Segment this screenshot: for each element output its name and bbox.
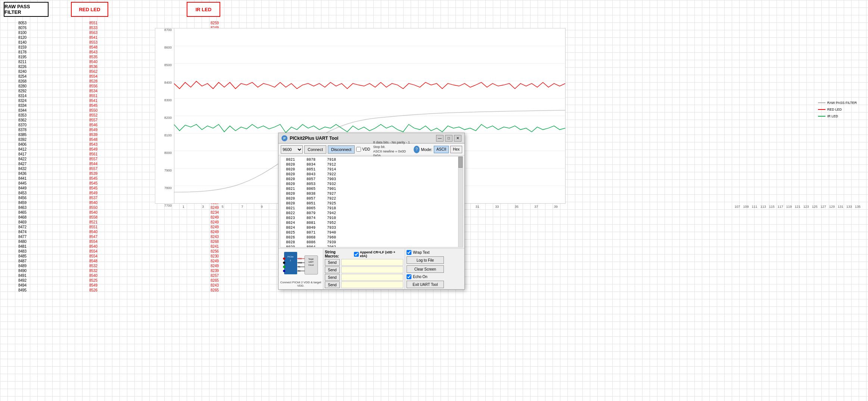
raw-cell: 8468 [0, 215, 45, 220]
raw-cell: 8120 [0, 35, 45, 40]
uart-data-value: 7960 [323, 235, 336, 240]
uart-data-row: 802980647962 [282, 245, 461, 247]
vdd-label: VDD [362, 147, 370, 151]
y-label-8500: 8500 [164, 63, 172, 67]
legend-ir: IR LED [818, 114, 857, 118]
legend-red: RED LED [818, 108, 857, 111]
ir-cell: 8234 [192, 210, 237, 215]
connect-button[interactable]: Connect [304, 145, 326, 154]
uart-data-row: 802080517925 [282, 201, 461, 206]
uart-data-value: 8071 [302, 230, 315, 235]
red-cell: 8543 [71, 50, 116, 55]
vdd-checkbox-group: VDD [356, 147, 370, 152]
uart-scrollbar[interactable] [458, 157, 463, 247]
close-button[interactable]: ✕ [454, 135, 461, 142]
y-label-8300: 8300 [164, 98, 172, 102]
raw-cell: 8490 [0, 268, 45, 273]
hex-mode-button[interactable]: Hex [450, 146, 462, 153]
red-cell: 8543 [71, 142, 116, 147]
macro-send-1-button[interactable]: Send [325, 259, 340, 266]
uart-data-row: 802180657901 [282, 186, 461, 191]
log-to-file-button[interactable]: Log to File [407, 256, 444, 264]
macro-input-3[interactable] [341, 274, 403, 281]
disconnect-button[interactable]: Disconnect [328, 145, 355, 154]
wrap-text-checkbox[interactable] [407, 250, 411, 255]
uart-data-value: 8029 [282, 245, 295, 247]
chart-y-labels: 8700 8600 8500 8400 8300 8200 8100 8000 … [155, 28, 174, 204]
baud-rate-select[interactable]: 9600 19200 38400 115200 [281, 145, 303, 154]
y-label-7900: 7900 [164, 169, 172, 172]
macro-send-4-button[interactable]: Send [325, 281, 340, 288]
uart-data-value: 8049 [302, 225, 315, 230]
append-label: Append CR+LF (x0D + x0A) [360, 250, 403, 258]
vdd-checkbox[interactable] [356, 147, 361, 152]
raw-cell: 8178 [0, 50, 45, 55]
raw-cell: 8362 [0, 118, 45, 123]
red-column: 8551853385638541855385488543853585408536… [71, 21, 116, 293]
macro-input-2[interactable] [341, 266, 403, 273]
ir-cell: 8265 [192, 288, 237, 293]
legend-ir-line [818, 116, 825, 117]
y-label-8700: 8700 [164, 28, 172, 32]
y-label-7800: 7800 [164, 186, 172, 190]
help-icon[interactable]: ? [414, 146, 419, 153]
red-led-label: RED LED [71, 2, 108, 17]
macro-send-3-button[interactable]: Send [325, 274, 340, 281]
uart-data-value: 8021 [282, 206, 295, 211]
raw-cell: 8324 [0, 98, 45, 103]
raw-cell: 8494 [0, 283, 45, 288]
svg-text:UART: UART [308, 261, 314, 263]
uart-data-value: 7925 [323, 201, 336, 206]
red-cell: 8539 [71, 132, 116, 137]
red-cell: 8540 [71, 273, 116, 278]
svg-point-30 [283, 270, 285, 272]
uart-scrollbar-thumb[interactable] [458, 157, 463, 168]
raw-cell: 8436 [0, 171, 45, 176]
macros-label: String Macros: [325, 250, 351, 258]
raw-cell: 8472 [0, 225, 45, 229]
uart-data-row: 802380747910 [282, 216, 461, 220]
ascii-mode-button[interactable]: ASCII [434, 146, 449, 153]
exit-uart-button[interactable]: Exit UART Tool [407, 281, 444, 288]
red-cell: 8532 [71, 268, 116, 273]
ir-cell: 8239 [192, 268, 237, 273]
minimize-button[interactable]: — [436, 135, 444, 142]
red-cell: 8549 [71, 191, 116, 195]
svg-point-28 [283, 262, 285, 264]
uart-data-value: 8025 [282, 230, 295, 235]
maximize-button[interactable]: □ [445, 135, 452, 142]
raw-cell: 8268 [0, 79, 45, 84]
red-cell: 8537 [71, 195, 116, 200]
legend-red-label: RED LED [827, 108, 842, 111]
raw-cell: 8492 [0, 278, 45, 283]
raw-cell: 8445 [0, 181, 45, 186]
red-cell: 8534 [71, 89, 116, 93]
uart-data-value: 7914 [323, 167, 336, 172]
uart-data-row: 802580717940 [282, 230, 461, 235]
red-cell: 8554 [71, 254, 116, 259]
uart-data-value: 8020 [282, 162, 295, 167]
append-checkbox[interactable] [354, 252, 359, 257]
red-cell: 8521 [71, 220, 116, 225]
red-cell: 8554 [71, 249, 116, 254]
raw-cell: 8483 [0, 249, 45, 254]
echo-on-label: Echo On [413, 275, 427, 279]
raw-cell: 8385 [0, 132, 45, 137]
clear-screen-button[interactable]: Clear Screen [407, 265, 444, 273]
ir-led-label: IR LED [187, 2, 220, 17]
red-cell: 8545 [71, 103, 116, 108]
macro-input-4[interactable] [341, 281, 403, 288]
macro-send-2-button[interactable]: Send [325, 266, 340, 273]
raw-cell: 8254 [0, 74, 45, 79]
macro-row-3: Send [325, 274, 403, 281]
y-label-8200: 8200 [164, 116, 172, 120]
red-cell: 8554 [71, 239, 116, 244]
echo-on-checkbox[interactable] [407, 274, 411, 279]
ir-cell: 8230 [192, 254, 237, 259]
red-cell: 8540 [71, 210, 116, 215]
macro-input-1[interactable] [341, 259, 403, 266]
raw-cell: 8469 [0, 220, 45, 225]
raw-cell: 8417 [0, 152, 45, 157]
red-cell: 8528 [71, 79, 116, 84]
red-cell: 8558 [71, 215, 116, 220]
